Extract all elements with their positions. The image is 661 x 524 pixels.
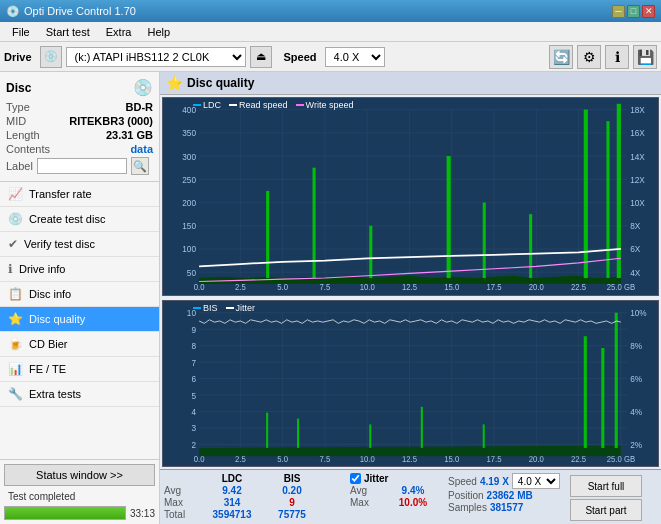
svg-rect-50 <box>447 156 451 278</box>
nav-fe-te[interactable]: 📊 FE / TE <box>0 357 159 382</box>
disc-section: Disc 💿 Type BD-R MID RITEKBR3 (000) Leng… <box>0 72 159 182</box>
jitter-stats: Jitter Avg 9.4% Max 10.0% <box>344 473 444 508</box>
action-buttons: Start full Start part <box>564 475 642 521</box>
menu-file[interactable]: File <box>4 24 38 40</box>
titlebar: 💿 Opti Drive Control 1.70 ─ □ ✕ <box>0 0 661 22</box>
svg-text:2: 2 <box>191 440 196 451</box>
svg-text:7: 7 <box>191 358 196 369</box>
svg-text:12X: 12X <box>630 174 645 185</box>
disc-mid-value: RITEKBR3 (000) <box>69 115 153 127</box>
eject-button[interactable]: ⏏ <box>250 46 272 68</box>
start-full-button[interactable]: Start full <box>570 475 642 497</box>
disc-label-btn[interactable]: 🔍 <box>131 157 149 175</box>
nav-disc-info[interactable]: 📋 Disc info <box>0 282 159 307</box>
svg-text:50: 50 <box>187 267 196 278</box>
position-label: Position <box>448 490 484 501</box>
disc-mid-row: MID RITEKBR3 (000) <box>6 115 153 127</box>
panel-icon: ⭐ <box>166 75 183 91</box>
menu-start-test[interactable]: Start test <box>38 24 98 40</box>
fe-te-icon: 📊 <box>8 362 23 376</box>
disc-label-input[interactable] <box>37 158 127 174</box>
start-part-button[interactable]: Start part <box>570 499 642 521</box>
disc-title: Disc <box>6 81 31 95</box>
svg-text:350: 350 <box>182 128 196 139</box>
disc-header: Disc 💿 <box>6 78 153 97</box>
speed-select[interactable]: 4.0 X <box>512 473 560 489</box>
avg-label: Avg <box>164 485 202 496</box>
speed-header-row: Speed 4.19 X 4.0 X <box>448 473 564 489</box>
menu-help[interactable]: Help <box>139 24 178 40</box>
bis-max-value: 9 <box>262 497 322 508</box>
svg-rect-52 <box>529 214 532 278</box>
legend-writespeed-label: Write speed <box>306 100 354 110</box>
nav-verify-test-disc[interactable]: ✔ Verify test disc <box>0 232 159 257</box>
svg-text:300: 300 <box>182 151 196 162</box>
charts-area: LDC Read speed Write speed <box>160 95 661 469</box>
stats-panel: LDC BIS Avg 9.42 0.20 Max 314 9 Total 35… <box>160 469 661 524</box>
chart1-container: LDC Read speed Write speed <box>162 97 659 296</box>
drive-icon-btn[interactable]: 💿 <box>40 46 62 68</box>
status-section: Status window >> Test completed 33:13 <box>0 459 159 524</box>
nav-transfer-rate[interactable]: 📈 Transfer rate <box>0 182 159 207</box>
close-button[interactable]: ✕ <box>642 5 655 18</box>
bis-total-value: 75775 <box>262 509 322 520</box>
svg-text:16X: 16X <box>630 128 645 139</box>
refresh-button[interactable]: 🔄 <box>549 45 573 69</box>
max-row: Max 314 9 <box>164 497 344 508</box>
chart1-svg: 400 350 300 250 200 150 100 50 18X 16X 1… <box>163 98 658 295</box>
jitter-header-row: Jitter <box>350 473 444 484</box>
svg-rect-54 <box>606 121 609 278</box>
status-text: Test completed <box>4 489 79 504</box>
speed-label: Speed <box>284 51 317 63</box>
disc-mid-label: MID <box>6 115 26 127</box>
settings-button[interactable]: ⚙ <box>577 45 601 69</box>
nav-create-test-disc[interactable]: 💿 Create test disc <box>0 207 159 232</box>
total-row: Total 3594713 75775 <box>164 509 344 520</box>
jitter-max-row: Max 10.0% <box>350 497 444 508</box>
legend-jitter-label: Jitter <box>236 303 256 313</box>
svg-rect-102 <box>266 413 268 448</box>
status-window-button[interactable]: Status window >> <box>4 464 155 486</box>
svg-text:6%: 6% <box>630 374 642 385</box>
speed-dropdown[interactable]: 4.0 X <box>325 47 385 67</box>
disc-label-label: Label <box>6 160 33 172</box>
save-button[interactable]: 💾 <box>633 45 657 69</box>
svg-text:4%: 4% <box>630 407 642 418</box>
svg-text:18X: 18X <box>630 105 645 116</box>
menubar: File Start test Extra Help <box>0 22 661 42</box>
ldc-bis-headers: LDC BIS <box>164 473 344 484</box>
ldc-bis-stats: LDC BIS Avg 9.42 0.20 Max 314 9 Total 35… <box>164 473 344 520</box>
legend-bis: BIS <box>193 303 218 313</box>
disc-label-row: Label 🔍 <box>6 157 153 175</box>
chart1-legend: LDC Read speed Write speed <box>193 100 353 110</box>
menu-extra[interactable]: Extra <box>98 24 140 40</box>
drivebar: Drive 💿 (k:) ATAPI iHBS112 2 CL0K ⏏ Spee… <box>0 42 661 72</box>
disc-type-label: Type <box>6 101 30 113</box>
svg-text:5: 5 <box>191 391 196 402</box>
svg-rect-49 <box>369 226 372 278</box>
nav-extra-tests[interactable]: 🔧 Extra tests <box>0 382 159 407</box>
jitter-avg-row: Avg 9.4% <box>350 485 444 496</box>
samples-label: Samples <box>448 502 487 513</box>
disc-type-row: Type BD-R <box>6 101 153 113</box>
minimize-button[interactable]: ─ <box>612 5 625 18</box>
drive-label: Drive <box>4 51 32 63</box>
jitter-avg-label: Avg <box>350 485 388 496</box>
total-label: Total <box>164 509 202 520</box>
info-button[interactable]: ℹ <box>605 45 629 69</box>
max-label: Max <box>164 497 202 508</box>
drive-dropdown[interactable]: (k:) ATAPI iHBS112 2 CL0K <box>66 47 246 67</box>
svg-rect-105 <box>421 407 423 448</box>
svg-rect-107 <box>584 337 587 449</box>
svg-rect-51 <box>483 203 486 278</box>
maximize-button[interactable]: □ <box>627 5 640 18</box>
nav-cd-bier[interactable]: 🍺 CD Bier <box>0 332 159 357</box>
nav-disc-quality[interactable]: ⭐ Disc quality <box>0 307 159 332</box>
progress-bar <box>4 506 126 520</box>
jitter-checkbox[interactable] <box>350 473 361 484</box>
nav-fe-te-label: FE / TE <box>29 363 66 375</box>
nav-drive-info[interactable]: ℹ Drive info <box>0 257 159 282</box>
position-value: 23862 MB <box>487 490 533 501</box>
svg-text:6X: 6X <box>630 244 640 255</box>
legend-ldc: LDC <box>193 100 221 110</box>
